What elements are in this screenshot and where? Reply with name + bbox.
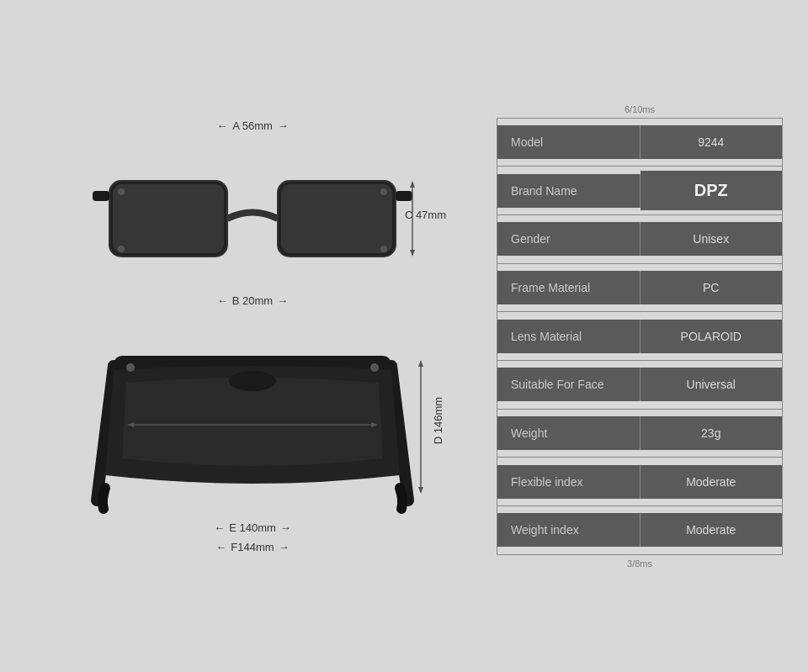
- specs-label: Frame Material: [497, 271, 641, 304]
- nav-indicator-bottom: 3/8ms: [497, 558, 783, 569]
- svg-marker-11: [410, 181, 415, 188]
- arrow-left-a: ←: [216, 119, 227, 132]
- specs-row: Flexible indexModerate: [497, 458, 782, 506]
- svg-marker-12: [410, 250, 415, 257]
- arrow-right-f: →: [279, 541, 290, 553]
- specs-value: Moderate: [641, 513, 783, 547]
- specs-row: Suitable For FaceUniversal: [497, 361, 782, 410]
- dimension-a: ← A 56mm →: [59, 119, 446, 132]
- glasses-side-view-area: D 146mm ← E 140mm → ← F144mm →: [59, 324, 446, 553]
- specs-value: 23g: [641, 416, 783, 450]
- dimension-a-label: A 56mm: [232, 119, 273, 132]
- dimension-b-label: B 20mm: [232, 294, 273, 307]
- svg-rect-3: [396, 191, 412, 201]
- svg-point-15: [126, 363, 135, 372]
- svg-point-14: [229, 371, 276, 391]
- svg-rect-2: [93, 191, 109, 201]
- glasses-front-view-area: ← A 56mm →: [59, 119, 446, 307]
- dimension-f-label: F144mm: [231, 541, 274, 553]
- specs-label: Weight: [497, 416, 641, 450]
- specs-label: Weight index: [497, 513, 641, 547]
- specs-row: Brand NameDPZ: [497, 167, 782, 215]
- dimension-d-label: D 146mm: [432, 396, 444, 443]
- glasses-side-svg: [72, 324, 433, 517]
- specs-row: Lens MaterialPOLAROID: [497, 312, 782, 361]
- svg-point-16: [370, 363, 379, 372]
- dimension-f: ← F144mm →: [59, 541, 446, 553]
- svg-point-9: [380, 246, 387, 252]
- dimension-b: ← B 20mm →: [59, 294, 446, 307]
- specs-label: Model: [497, 125, 641, 159]
- specs-value: 9244: [641, 125, 783, 159]
- svg-point-6: [118, 188, 125, 195]
- dimension-c-label: C 47mm: [405, 208, 446, 220]
- arrow-left-b: ←: [217, 294, 228, 307]
- specs-row: GenderUnisex: [497, 215, 782, 264]
- glasses-front-svg-container: C 47mm: [59, 139, 446, 290]
- glasses-side-svg-container: D 146mm: [59, 324, 446, 517]
- specs-value: Unisex: [641, 222, 783, 256]
- specs-value: Universal: [641, 368, 783, 401]
- specs-label: Flexible index: [497, 465, 641, 499]
- arrow-left-f: ←: [215, 541, 226, 553]
- specs-table: Model9244Brand NameDPZGenderUnisexFrame …: [497, 118, 783, 555]
- svg-rect-5: [281, 184, 392, 253]
- specs-label: Suitable For Face: [497, 368, 641, 401]
- main-container: ← A 56mm →: [0, 0, 808, 672]
- svg-marker-19: [418, 487, 423, 494]
- diagram-section: ← A 56mm →: [25, 21, 480, 652]
- dimension-e: ← E 140mm →: [59, 521, 446, 534]
- specs-wrapper: 6/10ms Model9244Brand NameDPZGenderUnise…: [497, 104, 783, 569]
- glasses-front-svg: [84, 139, 421, 290]
- arrow-right-b: →: [277, 294, 288, 307]
- specs-value: POLAROID: [641, 320, 783, 353]
- arrow-right-e: →: [280, 521, 291, 534]
- specs-label: Brand Name: [497, 174, 641, 208]
- specs-value: PC: [641, 271, 783, 304]
- arrow-right-a: →: [278, 119, 289, 132]
- arrow-left-e: ←: [214, 521, 225, 534]
- svg-point-8: [118, 246, 125, 252]
- specs-label: Lens Material: [497, 320, 641, 353]
- specs-row: Weight23g: [497, 410, 782, 458]
- specs-label: Gender: [497, 222, 641, 256]
- specs-value: DPZ: [641, 171, 783, 210]
- svg-marker-18: [418, 360, 423, 367]
- svg-point-7: [380, 188, 387, 195]
- nav-indicator-top: 6/10ms: [497, 104, 783, 114]
- svg-rect-4: [113, 184, 224, 253]
- specs-row: Model9244: [497, 119, 782, 167]
- specs-value: Moderate: [641, 465, 783, 499]
- specs-row: Frame MaterialPC: [497, 264, 782, 313]
- specs-row: Weight indexModerate: [497, 506, 782, 554]
- dimension-e-label: E 140mm: [229, 521, 276, 534]
